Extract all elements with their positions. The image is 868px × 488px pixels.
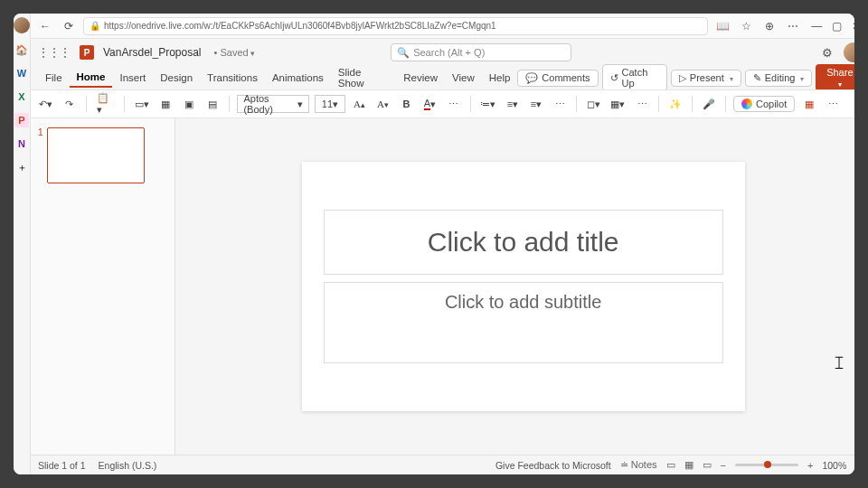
url-text: https://onedrive.live.com/w:/t/EaCKkPs6A… [104, 21, 496, 31]
ribbon-more-button[interactable]: ⋯ [824, 94, 842, 114]
paste-button[interactable]: 📋▾ [94, 94, 117, 114]
arrange-button[interactable]: ▦▾ [609, 94, 628, 114]
thumbnail-pane[interactable]: 1 [31, 118, 175, 455]
subtitle-placeholder[interactable]: Click to add subtitle [324, 282, 723, 363]
collections-icon[interactable]: ⊕ [760, 17, 778, 35]
lock-icon: 🔒 [90, 21, 100, 31]
tab-review[interactable]: Review [396, 69, 445, 87]
tab-view[interactable]: View [445, 69, 482, 87]
font-color-button[interactable]: A▾ [421, 94, 439, 114]
refresh-button[interactable]: ⟳ [60, 17, 78, 35]
tab-help[interactable]: Help [482, 69, 518, 87]
settings-icon[interactable]: ⚙ [822, 46, 833, 60]
favorite-icon[interactable]: ☆ [737, 17, 755, 35]
redo-button[interactable]: ↷ [61, 94, 79, 114]
shapes-button[interactable]: ◻▾ [584, 94, 603, 114]
main-column: ← ⟳ 🔒 https://onedrive.live.com/w:/t/EaC… [31, 14, 854, 474]
sorter-view-icon[interactable]: ▦ [684, 459, 693, 471]
slide-thumbnail-1[interactable]: 1 [38, 127, 167, 183]
editing-mode-button[interactable]: ✎ Editing [745, 70, 813, 87]
share-button[interactable]: Share [816, 64, 854, 91]
browser-bar: ← ⟳ 🔒 https://onedrive.live.com/w:/t/EaC… [31, 14, 854, 39]
excel-icon[interactable]: X [14, 89, 29, 104]
align-button[interactable]: ≡▾ [527, 94, 545, 114]
section-button[interactable]: ▤ [203, 94, 222, 114]
maximize-button[interactable]: ▢ [827, 17, 845, 35]
normal-view-icon[interactable]: ▭ [666, 459, 675, 471]
home-icon[interactable]: 🏠 [14, 42, 29, 57]
feedback-link[interactable]: Give Feedback to Microsoft [495, 460, 611, 471]
back-button[interactable]: ← [36, 17, 54, 35]
dictate-button[interactable]: 🎤 [700, 94, 718, 114]
avatar[interactable] [844, 42, 854, 62]
tab-design[interactable]: Design [153, 69, 200, 87]
menu-right: 💬 Comments ↺ Catch Up ▷ Present ✎ Editin… [517, 64, 854, 91]
search-input[interactable]: 🔍 Search (Alt + Q) [391, 43, 571, 61]
word-icon[interactable]: W [14, 66, 29, 80]
reset-button[interactable]: ▣ [180, 94, 198, 114]
search-icon: 🔍 [397, 47, 410, 59]
text-cursor-icon: 𝙸 [833, 352, 845, 373]
copilot-icon [741, 99, 752, 109]
tab-insert[interactable]: Insert [112, 69, 153, 87]
tab-transitions[interactable]: Transitions [200, 69, 265, 87]
app-rail: 🏠 W X P N ＋ [14, 14, 31, 474]
workspace: 1 Click to add title Click to add subtit… [31, 118, 854, 455]
layout-button[interactable]: ▦ [156, 94, 175, 114]
addins-button[interactable]: ▦ [800, 94, 818, 114]
close-button[interactable]: ✕ [847, 17, 854, 35]
tab-home[interactable]: Home [70, 68, 113, 88]
search-placeholder: Search (Alt + Q) [413, 47, 485, 58]
comments-button[interactable]: 💬 Comments [517, 70, 598, 87]
title-placeholder[interactable]: Click to add title [324, 210, 723, 275]
more-font-button[interactable]: ⋯ [445, 94, 463, 114]
slide-canvas-area[interactable]: Click to add title Click to add subtitle… [175, 118, 854, 455]
title-right: ⚙ [822, 42, 854, 62]
zoom-in-button[interactable]: + [807, 460, 813, 471]
slide-counter[interactable]: Slide 1 of 1 [38, 460, 86, 471]
numbering-button[interactable]: ≡▾ [504, 94, 522, 114]
save-status[interactable]: • Saved [214, 47, 256, 58]
address-bar[interactable]: 🔒 https://onedrive.live.com/w:/t/EaCKkPs… [83, 17, 708, 35]
thumb-preview[interactable] [47, 127, 145, 183]
decrease-font-button[interactable]: A▾ [374, 94, 392, 114]
more-browser-icon[interactable]: ⋯ [784, 17, 802, 35]
catchup-button[interactable]: ↺ Catch Up [602, 64, 667, 91]
powerpoint-icon[interactable]: P [14, 113, 29, 127]
title-bar: ⋮⋮⋮ P VanArsdel_Proposal • Saved 🔍 Searc… [31, 39, 854, 66]
font-family-select[interactable]: Aptos (Body)▾ [237, 95, 309, 113]
tab-file[interactable]: File [38, 69, 70, 87]
more-paragraph-button[interactable]: ⋯ [551, 94, 569, 114]
designer-button[interactable]: ✨ [666, 94, 684, 114]
zoom-slider[interactable] [735, 464, 798, 466]
app-window: 🏠 W X P N ＋ ← ⟳ 🔒 https://onedrive.live.… [14, 14, 854, 474]
add-app-icon[interactable]: ＋ [14, 160, 29, 174]
reading-view-icon[interactable]: ▭ [703, 459, 712, 471]
present-button[interactable]: ▷ Present [671, 70, 741, 87]
tab-animations[interactable]: Animations [265, 69, 331, 87]
avatar-small[interactable] [14, 17, 30, 33]
app-launcher-icon[interactable]: ⋮⋮⋮ [38, 46, 71, 59]
window-controls: — ▢ ✕ [807, 17, 854, 35]
onenote-icon[interactable]: N [14, 136, 29, 151]
copilot-button[interactable]: Copilot [733, 96, 795, 112]
language-status[interactable]: English (U.S.) [99, 460, 157, 471]
tab-slideshow[interactable]: Slide Show [331, 63, 396, 92]
new-slide-button[interactable]: ▭▾ [132, 94, 152, 114]
notes-button[interactable]: ≐ Notes [620, 459, 657, 471]
thumb-number: 1 [38, 127, 43, 183]
minimize-button[interactable]: — [807, 17, 826, 35]
slide-canvas[interactable]: Click to add title Click to add subtitle [302, 162, 745, 411]
read-aloud-icon[interactable]: 📖 [713, 17, 731, 35]
powerpoint-logo-icon: P [80, 45, 94, 60]
bullets-button[interactable]: ≔▾ [478, 94, 499, 114]
document-name[interactable]: VanArsdel_Proposal [103, 46, 202, 59]
more-drawing-button[interactable]: ⋯ [633, 94, 651, 114]
zoom-level[interactable]: 100% [822, 460, 846, 471]
undo-button[interactable]: ↶▾ [36, 94, 55, 114]
font-size-select[interactable]: 11 ▾ [315, 95, 344, 113]
bold-button[interactable]: B [398, 94, 416, 114]
increase-font-button[interactable]: A▴ [351, 94, 369, 114]
zoom-out-button[interactable]: − [721, 460, 726, 471]
collapse-ribbon-button[interactable]: ⌄ [847, 94, 854, 114]
